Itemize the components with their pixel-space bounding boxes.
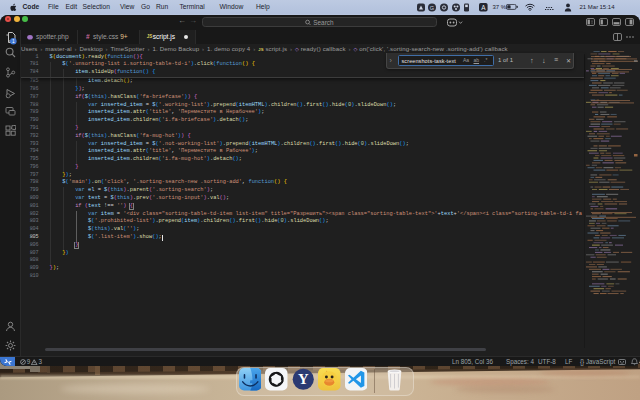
svg-text:A: A <box>481 4 486 11</box>
svg-text:G: G <box>430 4 434 10</box>
svg-text:Y: Y <box>297 372 308 388</box>
